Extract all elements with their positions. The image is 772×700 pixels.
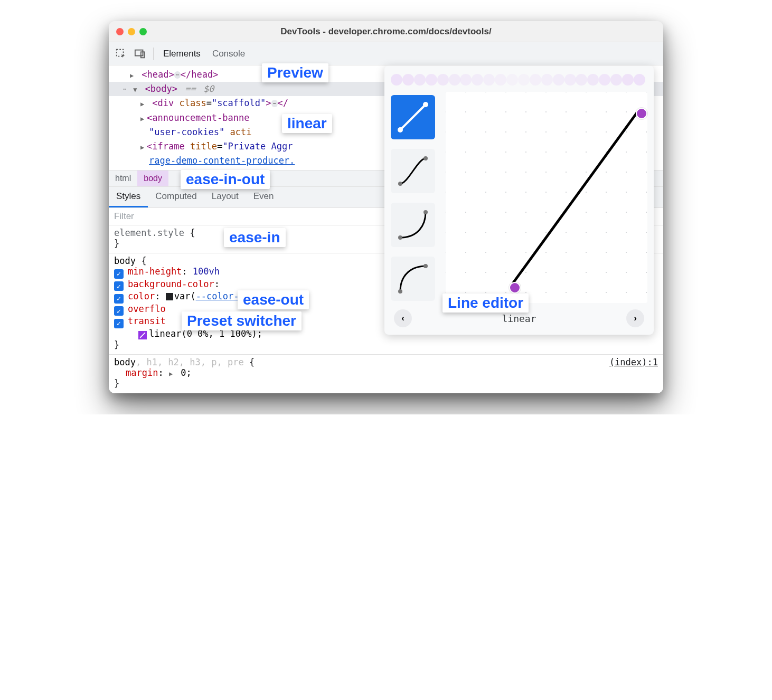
ellipsis-icon[interactable]: ⋯	[121, 86, 128, 93]
ellipsis-icon[interactable]: ⋯	[271, 100, 278, 107]
easing-line-editor[interactable]	[446, 92, 647, 303]
stab-layout[interactable]: Layout	[204, 187, 246, 207]
color-swatch-icon[interactable]	[166, 293, 173, 300]
easing-thumb-linear[interactable]	[391, 95, 435, 139]
tab-console[interactable]: Console	[210, 45, 247, 62]
annotation-ease-in: ease-in	[224, 228, 286, 247]
svg-point-4	[398, 127, 403, 133]
chevron-left-icon: ‹	[401, 313, 404, 324]
annotation-preset-switcher: Preset switcher	[182, 311, 302, 330]
ellipsis-icon[interactable]: ⋯	[174, 71, 181, 79]
checkbox-icon[interactable]: ✓	[114, 281, 124, 291]
checkbox-icon[interactable]: ✓	[114, 294, 124, 304]
preset-next-button[interactable]: ›	[626, 309, 644, 327]
easing-preview	[391, 71, 647, 90]
annotation-preview: Preview	[262, 63, 328, 82]
device-toolbar-icon[interactable]	[134, 48, 146, 60]
chevron-right-icon: ›	[634, 313, 637, 324]
devtools-toolbar: Elements Console	[109, 42, 663, 65]
easing-thumb-ease-in[interactable]	[391, 203, 435, 247]
source-link[interactable]: (index):1	[609, 357, 658, 367]
inspect-element-icon[interactable]	[115, 48, 127, 60]
svg-point-11	[423, 264, 428, 268]
svg-point-8	[398, 235, 402, 240]
svg-point-9	[423, 210, 428, 214]
svg-line-12	[513, 112, 637, 283]
checkbox-icon[interactable]: ✓	[114, 269, 124, 279]
easing-swatch-icon[interactable]	[138, 331, 147, 339]
titlebar: DevTools - developer.chrome.com/docs/dev…	[109, 21, 663, 42]
easing-thumb-ease-out[interactable]	[391, 257, 435, 301]
tab-elements[interactable]: Elements	[161, 45, 203, 62]
stab-styles[interactable]: Styles	[109, 187, 148, 207]
crumb-html[interactable]: html	[109, 171, 137, 186]
easing-thumb-ease-in-out[interactable]	[391, 149, 435, 193]
svg-rect-1	[135, 50, 143, 55]
annotation-ease-in-out: ease-in-out	[181, 170, 270, 189]
stab-computed[interactable]: Computed	[148, 187, 204, 207]
toolbar-divider	[153, 48, 154, 60]
rule-body-typography[interactable]: (index):1 body, h1, h2, h3, p, pre { mar…	[109, 355, 663, 393]
devtools-window: DevTools - developer.chrome.com/docs/dev…	[109, 21, 663, 393]
crumb-body[interactable]: body	[137, 171, 168, 186]
svg-point-10	[398, 289, 402, 294]
annotation-ease-out: ease-out	[238, 290, 309, 309]
svg-line-3	[400, 105, 426, 130]
stab-event[interactable]: Even	[246, 187, 281, 207]
annotation-linear: linear	[282, 114, 332, 133]
svg-point-7	[423, 156, 428, 160]
checkbox-icon[interactable]: ✓	[114, 319, 124, 328]
preset-name: linear	[502, 313, 536, 324]
content-area: ▶ <head>⋯</head> ⋯ ▼ <body> == $0 ▶ <div…	[109, 65, 663, 393]
svg-point-6	[398, 182, 402, 186]
easing-control-point[interactable]	[509, 282, 521, 294]
easing-control-point[interactable]	[636, 108, 647, 119]
preset-prev-button[interactable]: ‹	[394, 309, 412, 327]
window-title: DevTools - developer.chrome.com/docs/dev…	[109, 26, 663, 37]
annotation-line-editor: Line editor	[443, 294, 529, 313]
easing-thumbnail-list	[391, 92, 438, 303]
svg-point-5	[423, 102, 428, 107]
checkbox-icon[interactable]: ✓	[114, 306, 124, 316]
